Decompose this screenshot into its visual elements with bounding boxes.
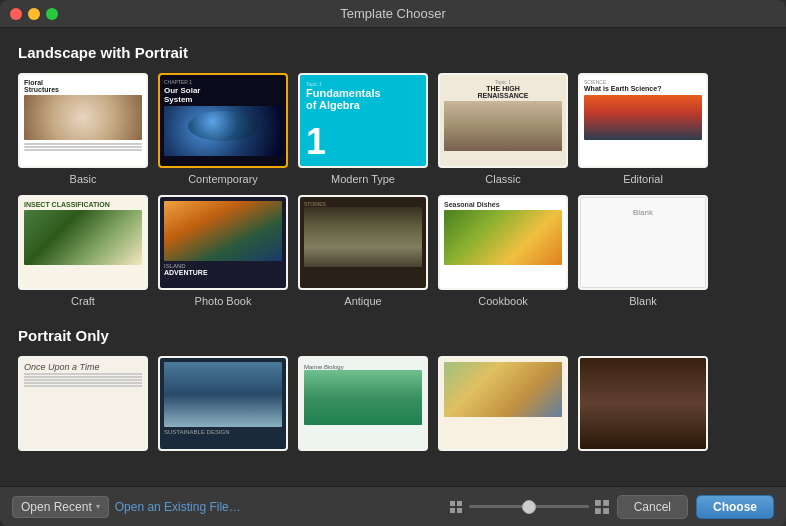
svg-rect-4 <box>595 500 601 506</box>
template-editorial[interactable]: SCIENCE What is Earth Science? Editorial <box>578 73 708 185</box>
template-classic[interactable]: Topic 1 THE HIGHRENAISSANCE Classic <box>438 73 568 185</box>
template-basic-thumb: FloralStructures <box>18 73 148 168</box>
title-bar: Template Chooser <box>0 0 786 28</box>
template-photo-book-thumb: ISLAND ADVENTURE <box>158 195 288 290</box>
minimize-button[interactable] <box>28 8 40 20</box>
template-guitar-thumb <box>578 356 708 451</box>
size-slider-area <box>449 500 609 514</box>
bottom-left: Open Recent ▾ Open an Existing File… <box>12 496 441 518</box>
chevron-down-icon: ▾ <box>96 502 100 511</box>
bottom-right: Cancel Choose <box>617 495 774 519</box>
template-antique[interactable]: STORIES Antique <box>298 195 428 307</box>
template-craft[interactable]: INSECT CLASSIFICATION Craft <box>18 195 148 307</box>
template-contemporary-label: Contemporary <box>188 173 258 185</box>
choose-button[interactable]: Choose <box>696 495 774 519</box>
template-scroll-area[interactable]: Landscape with Portrait FloralStructures… <box>0 28 786 486</box>
svg-rect-1 <box>457 501 462 506</box>
template-marine-bio[interactable]: Marine Biology <box>298 356 428 451</box>
open-existing-label: Open an Existing File… <box>115 500 241 514</box>
template-modern-type-thumb: Topic 1 Fundamentalsof Algebra 1 <box>298 73 428 168</box>
template-blank[interactable]: Blank Blank <box>578 195 708 307</box>
maximize-button[interactable] <box>46 8 58 20</box>
bottom-bar: Open Recent ▾ Open an Existing File… Can… <box>0 486 786 526</box>
window-controls <box>10 8 58 20</box>
template-basic[interactable]: FloralStructures Basic <box>18 73 148 185</box>
template-editorial-thumb: SCIENCE What is Earth Science? <box>578 73 708 168</box>
thumbnail-size-slider[interactable] <box>469 505 589 508</box>
cancel-button[interactable]: Cancel <box>617 495 688 519</box>
template-modern-type-label: Modern Type <box>331 173 395 185</box>
open-recent-button[interactable]: Open Recent ▾ <box>12 496 109 518</box>
window-title: Template Chooser <box>340 6 446 21</box>
open-existing-button[interactable]: Open an Existing File… <box>115 500 241 514</box>
template-cookbook-label: Cookbook <box>478 295 528 307</box>
template-once-upon-thumb: Once Upon a Time <box>18 356 148 451</box>
svg-rect-0 <box>450 501 455 506</box>
template-photo-book-label: Photo Book <box>195 295 252 307</box>
svg-rect-2 <box>450 508 455 513</box>
template-editorial-label: Editorial <box>623 173 663 185</box>
template-basic-label: Basic <box>70 173 97 185</box>
template-antique-label: Antique <box>344 295 381 307</box>
template-humble-thumb <box>438 356 568 451</box>
close-button[interactable] <box>10 8 22 20</box>
grid-large-icon <box>595 500 609 514</box>
svg-rect-6 <box>595 508 601 514</box>
section-title-portrait: Portrait Only <box>18 327 768 344</box>
svg-rect-5 <box>603 500 609 506</box>
template-classic-thumb: Topic 1 THE HIGHRENAISSANCE <box>438 73 568 168</box>
template-classic-label: Classic <box>485 173 520 185</box>
template-cookbook[interactable]: Seasonal Dishes Cookbook <box>438 195 568 307</box>
template-guitar[interactable] <box>578 356 708 451</box>
template-blank-thumb: Blank <box>578 195 708 290</box>
template-cookbook-thumb: Seasonal Dishes <box>438 195 568 290</box>
svg-rect-7 <box>603 508 609 514</box>
template-marine-bio-thumb: Marine Biology <box>298 356 428 451</box>
template-contemporary-thumb: CHAPTER 1 Our SolarSystem <box>158 73 288 168</box>
template-photo-book[interactable]: ISLAND ADVENTURE Photo Book <box>158 195 288 307</box>
landscape-grid: FloralStructures Basic CHAPTER 1 Our Sol… <box>18 73 768 307</box>
portrait-grid: Once Upon a Time SUSTAINABLE DESIGN Mari… <box>18 356 768 451</box>
template-sustainable-thumb: SUSTAINABLE DESIGN <box>158 356 288 451</box>
template-once-upon[interactable]: Once Upon a Time <box>18 356 148 451</box>
section-title-landscape: Landscape with Portrait <box>18 44 768 61</box>
svg-rect-3 <box>457 508 462 513</box>
template-blank-label: Blank <box>629 295 657 307</box>
template-antique-thumb: STORIES <box>298 195 428 290</box>
template-sustainable[interactable]: SUSTAINABLE DESIGN <box>158 356 288 451</box>
template-humble[interactable] <box>438 356 568 451</box>
grid-small-icon <box>449 500 463 514</box>
open-recent-label: Open Recent <box>21 500 92 514</box>
template-craft-label: Craft <box>71 295 95 307</box>
template-modern-type[interactable]: Topic 1 Fundamentalsof Algebra 1 Modern … <box>298 73 428 185</box>
template-craft-thumb: INSECT CLASSIFICATION <box>18 195 148 290</box>
template-contemporary[interactable]: CHAPTER 1 Our SolarSystem Contemporary <box>158 73 288 185</box>
